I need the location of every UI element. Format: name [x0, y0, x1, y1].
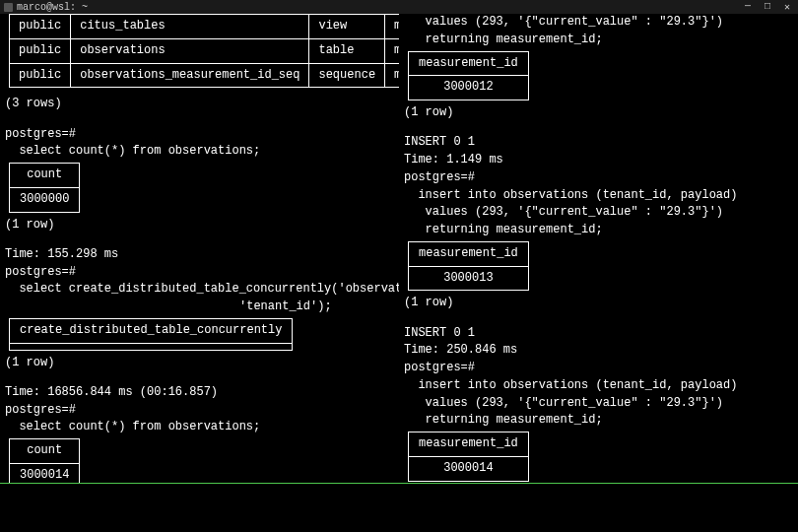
sql-query: values (293, '{"current_value" : "29.3"}… [404, 204, 793, 222]
row-count: (3 rows) [5, 96, 394, 113]
sql-query: insert into observations (tenant_id, pay… [404, 187, 793, 205]
psql-prompt: postgres=# [5, 126, 394, 144]
sql-query: values (293, '{"current_value" : "29.3"}… [404, 395, 793, 413]
app-icon [4, 3, 13, 12]
column-header: measurement_id [409, 241, 529, 266]
result-value: 3000012 [409, 76, 529, 100]
row-count: (1 row) [404, 295, 793, 312]
column-header: measurement_id [409, 432, 529, 457]
result-value: 3000000 [10, 187, 80, 212]
sql-query: insert into observations (tenant_id, pay… [404, 377, 793, 395]
psql-prompt: postgres=# [5, 402, 394, 420]
title-bar: marco@wsl: ~ ─ □ ✕ [0, 0, 798, 14]
count-result-2: count 3000014 [9, 438, 80, 483]
timing: Time: 155.298 ms [5, 246, 394, 264]
sql-query-cont: 'tenant_id'); [5, 299, 394, 316]
table-row: public observations_measurement_id_seq s… [10, 63, 400, 88]
row-count: (1 row) [5, 355, 394, 372]
timing: Time: 16856.844 ms (00:16.857) [5, 384, 394, 402]
minimize-button[interactable]: ─ [745, 1, 751, 13]
window-title: marco@wsl: ~ [17, 2, 88, 13]
insert-result: INSERT 0 1 [404, 325, 793, 343]
timing: Time: 1.149 ms [404, 152, 793, 169]
timing: Time: 250.846 ms [404, 342, 793, 360]
result-value: 3000014 [409, 456, 529, 481]
right-pane[interactable]: values (293, '{"current_value" : "29.3"}… [399, 14, 798, 483]
psql-prompt: postgres=# [5, 264, 394, 282]
column-header: measurement_id [409, 51, 529, 76]
cdtc-result: create_distributed_table_concurrently [9, 318, 293, 351]
bottom-padding [0, 484, 798, 531]
measurement-result-3: measurement_id 3000014 [408, 432, 529, 482]
sql-query: returning measurement_id; [404, 32, 793, 49]
sql-query: select count(*) from observations; [5, 419, 394, 436]
column-header: count [10, 439, 80, 464]
result-value: 3000013 [409, 266, 529, 291]
left-pane[interactable]: public citus_tables view marco public ob… [0, 14, 399, 483]
column-header: create_distributed_table_concurrently [10, 318, 293, 343]
sql-query: select create_distributed_table_concurre… [5, 281, 394, 299]
terminal-panes: public citus_tables view marco public ob… [0, 14, 798, 483]
psql-prompt: postgres=# [404, 360, 793, 377]
row-count: (1 row) [5, 217, 394, 234]
maximize-button[interactable]: □ [765, 1, 770, 13]
psql-prompt: postgres=# [404, 169, 793, 187]
result-value: 3000014 [10, 463, 80, 483]
close-button[interactable]: ✕ [784, 1, 790, 13]
sql-query: values (293, '{"current_value" : "29.3"}… [404, 14, 793, 32]
measurement-result-1: measurement_id 3000012 [408, 51, 529, 101]
sql-query: select count(*) from observations; [5, 143, 394, 161]
schema-list-table: public citus_tables view marco public ob… [9, 14, 399, 88]
table-row: public observations table marco [10, 38, 400, 63]
result-value [10, 343, 293, 350]
sql-query: returning measurement_id; [404, 222, 793, 239]
count-result-1: count 3000000 [9, 163, 80, 213]
insert-result: INSERT 0 1 [404, 134, 793, 152]
column-header: count [10, 164, 80, 188]
window-controls: ─ □ ✕ [745, 1, 796, 13]
measurement-result-2: measurement_id 3000013 [408, 241, 529, 292]
sql-query: returning measurement_id; [404, 412, 793, 430]
table-row: public citus_tables view marco [10, 15, 400, 39]
row-count: (1 row) [404, 104, 793, 122]
